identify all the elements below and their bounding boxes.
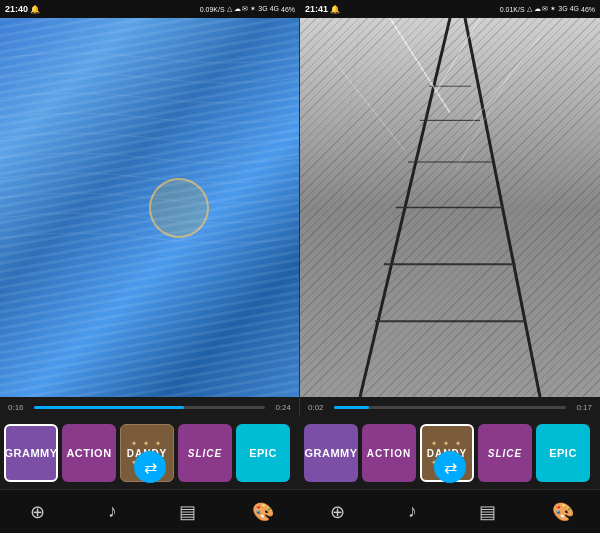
filter-item-grammy-left[interactable]: Grammy: [4, 424, 58, 482]
timeline-progress-right: [334, 406, 369, 409]
signal-icons-left: △ ☁ ✉ ✶ 3G 4G: [227, 5, 279, 13]
music-icon-right: ♪: [408, 501, 417, 522]
filter-strip-left: Grammy ACTION ✦ ✦ ✦ Dandy ✦ ✦ ✦ SLiCE EP…: [0, 417, 300, 489]
toolbar-music-right[interactable]: ♪: [395, 494, 431, 530]
toolbar-music-left[interactable]: ♪: [95, 494, 131, 530]
svg-line-15: [300, 18, 330, 68]
toolbar-palette-right[interactable]: 🎨: [545, 494, 581, 530]
timeline-track-right[interactable]: [334, 406, 566, 409]
filter-label-slice-left: SLiCE: [188, 448, 222, 459]
water-svg: [0, 18, 299, 397]
filter-label-grammy-right: Grammy: [304, 447, 357, 459]
video-area-right: [300, 18, 600, 397]
dandy-deco-top-left: ✦ ✦ ✦: [131, 440, 163, 448]
svg-line-16: [320, 18, 360, 397]
video-area-left: [0, 18, 299, 397]
alarm-icon-right: 🔔: [330, 5, 340, 14]
ripple-lines-svg: [0, 18, 299, 397]
filter-label-grammy-left: Grammy: [4, 447, 57, 459]
speed-left: 0.09K/S: [200, 6, 225, 13]
svg-line-2: [360, 18, 450, 397]
timeline-bar-right[interactable]: 0:02 0:17: [300, 397, 600, 417]
timeline-track-left[interactable]: [34, 406, 265, 409]
timeline-end-right: 0:17: [570, 403, 592, 412]
toolbar-film-right[interactable]: ▤: [470, 494, 506, 530]
palette-icon-right: 🎨: [552, 501, 574, 523]
status-bar-left: 21:40 🔔 0.09K/S △ ☁ ✉ ✶ 3G 4G 46%: [0, 0, 300, 18]
panel-right: 0:02 0:17: [300, 18, 600, 417]
add-icon-right: ⊕: [330, 501, 345, 523]
filter-label-epic-left: EPIC: [249, 447, 277, 459]
timeline-start-right: 0:02: [308, 403, 330, 412]
film-icon-right: ▤: [479, 501, 496, 523]
battery-right: 46%: [581, 6, 595, 13]
svg-line-11: [435, 18, 480, 94]
status-row: 21:40 🔔 0.09K/S △ ☁ ✉ ✶ 3G 4G 46% 21:41 …: [0, 0, 600, 18]
toolbar-film-left[interactable]: ▤: [170, 494, 206, 530]
filter-label-action-right: AcTIOn: [367, 448, 411, 459]
music-icon-left: ♪: [108, 501, 117, 522]
svg-line-10: [390, 18, 450, 113]
filter-item-action-right[interactable]: AcTIOn: [362, 424, 416, 482]
timeline-progress-left: [34, 406, 184, 409]
svg-line-17: [540, 245, 600, 397]
time-left: 21:40: [5, 4, 28, 14]
scroll-button-right[interactable]: ⇄: [434, 451, 466, 483]
bottom-toolbar-right: ⊕ ♪ ▤ 🎨: [300, 489, 600, 533]
scroll-button-left[interactable]: ⇄: [134, 451, 166, 483]
palette-icon-left: 🎨: [252, 501, 274, 523]
panel-left: 0:16 0:24: [0, 18, 300, 417]
svg-line-13: [330, 56, 405, 151]
filter-item-slice-left[interactable]: SLiCE: [178, 424, 232, 482]
filter-item-slice-right[interactable]: SLiCE: [478, 424, 532, 482]
filter-label-slice-right: SLiCE: [488, 448, 522, 459]
filter-label-epic-right: EPIC: [549, 447, 577, 459]
toolbar-add-right[interactable]: ⊕: [320, 494, 356, 530]
timeline-end-left: 0:24: [269, 403, 291, 412]
filter-item-epic-right[interactable]: EPIC: [536, 424, 590, 482]
svg-line-3: [465, 18, 540, 397]
bottom-toolbar-left: ⊕ ♪ ▤ 🎨: [0, 489, 300, 533]
svg-rect-0: [0, 18, 299, 397]
svg-rect-1: [300, 18, 600, 397]
video-right-bg: [300, 18, 600, 397]
speed-right: 0.01K/S: [500, 6, 525, 13]
svg-line-14: [456, 75, 510, 170]
panels: 0:16 0:24: [0, 18, 600, 417]
scroll-icon-left: ⇄: [144, 458, 157, 477]
filter-item-grammy-right[interactable]: Grammy: [304, 424, 358, 482]
filter-item-action-left[interactable]: ACTION: [62, 424, 116, 482]
dandy-deco-top-right: ✦ ✦ ✦: [431, 440, 463, 448]
toolbar-palette-left[interactable]: 🎨: [245, 494, 281, 530]
timeline-start-left: 0:16: [8, 403, 30, 412]
status-bar-right: 21:41 🔔 0.01K/S △ ☁ ✉ ✶ 3G 4G 46%: [300, 0, 600, 18]
video-left-bg: [0, 18, 299, 397]
timeline-bar-left[interactable]: 0:16 0:24: [0, 397, 299, 417]
signal-icons-right: △ ☁ ✉ ✶ 3G 4G: [527, 5, 579, 13]
filter-label-action-left: ACTION: [66, 447, 111, 459]
time-right: 21:41: [305, 4, 328, 14]
alarm-icon-left: 🔔: [30, 5, 40, 14]
battery-left: 46%: [281, 6, 295, 13]
bottom-left: Grammy ACTION ✦ ✦ ✦ Dandy ✦ ✦ ✦ SLiCE EP…: [0, 417, 300, 533]
bottom-right: Grammy AcTIOn ✦ ✦ ✦ Dandy ✦ ✦ ✦ SLiCE EP…: [300, 417, 600, 533]
bottom-combined: Grammy ACTION ✦ ✦ ✦ Dandy ✦ ✦ ✦ SLiCE EP…: [0, 417, 600, 533]
film-icon-left: ▤: [179, 501, 196, 523]
scroll-icon-right: ⇄: [444, 458, 457, 477]
add-icon-left: ⊕: [30, 501, 45, 523]
escalator-svg: [300, 18, 600, 397]
filter-item-epic-left[interactable]: EPIC: [236, 424, 290, 482]
watermark-circle: [149, 178, 209, 238]
toolbar-add-left[interactable]: ⊕: [20, 494, 56, 530]
filter-strip-right: Grammy AcTIOn ✦ ✦ ✦ Dandy ✦ ✦ ✦ SLiCE EP…: [300, 417, 600, 489]
svg-line-12: [465, 37, 540, 132]
